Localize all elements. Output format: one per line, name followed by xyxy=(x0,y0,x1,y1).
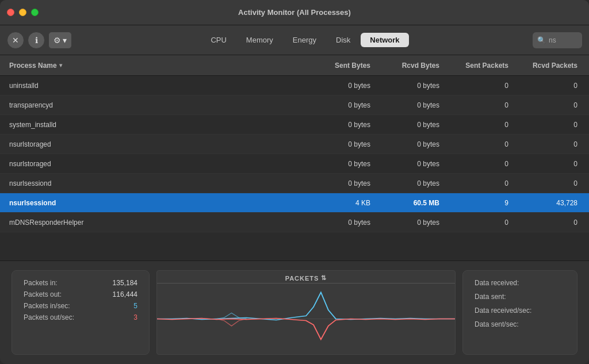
cell-process-name: nsurlsessiond xyxy=(5,179,308,187)
cell-process-name: transparencyd xyxy=(5,101,308,109)
search-icon: 🔍 xyxy=(537,36,546,44)
column-header-rcvd-bytes[interactable]: Rcvd Bytes xyxy=(377,62,446,70)
cell-rcvd-bytes: 0 bytes xyxy=(377,101,446,109)
cell-rcvd-packets: 43,728 xyxy=(515,199,584,207)
cell-rcvd-packets: 0 xyxy=(515,160,584,168)
table-header: Process Name ▾ Sent Bytes Rcvd Bytes Sen… xyxy=(0,55,589,76)
packets-out-value: 116,444 xyxy=(113,290,137,298)
data-received-sec-label: Data received/sec: xyxy=(475,306,565,315)
tab-memory[interactable]: Memory xyxy=(237,33,282,47)
table-row[interactable]: nsurlsessiond 0 bytes 0 bytes 0 0 xyxy=(0,174,589,193)
packets-chart xyxy=(157,283,455,354)
search-input[interactable] xyxy=(549,36,577,44)
cell-sent-bytes: 0 bytes xyxy=(308,82,377,90)
cell-rcvd-bytes: 0 bytes xyxy=(377,179,446,187)
cell-rcvd-bytes: 0 bytes xyxy=(377,140,446,148)
packets-in-sec-row: Packets in/sec: 5 xyxy=(24,302,137,310)
cell-sent-packets: 0 xyxy=(446,160,515,168)
cell-process-name: nsurlstoraged xyxy=(5,140,308,148)
cell-rcvd-bytes: 0 bytes xyxy=(377,160,446,168)
tab-group: CPU Memory Energy Disk Network xyxy=(201,33,408,47)
packets-in-row: Packets in: 135,184 xyxy=(24,279,137,287)
table-row[interactable]: nsurlstoraged 0 bytes 0 bytes 0 0 xyxy=(0,154,589,174)
chart-sort-icon[interactable]: ⇅ xyxy=(321,274,327,282)
cell-process-name: nsurlsessiond xyxy=(5,199,308,207)
chart-title: PACKETS ⇅ xyxy=(157,271,455,283)
cell-sent-packets: 0 xyxy=(446,219,515,227)
cell-sent-packets: 0 xyxy=(446,121,515,129)
data-sent-label: Data sent: xyxy=(475,293,565,301)
cell-rcvd-packets: 0 xyxy=(515,219,584,227)
cell-rcvd-packets: 0 xyxy=(515,121,584,129)
window-title: Activity Monitor (All Processes) xyxy=(238,8,351,17)
info-button[interactable]: ℹ xyxy=(28,32,45,49)
tab-network[interactable]: Network xyxy=(361,33,408,47)
table-row[interactable]: uninstalld 0 bytes 0 bytes 0 0 xyxy=(0,76,589,95)
column-header-rcvd-packets[interactable]: Rcvd Packets xyxy=(515,62,584,70)
cell-process-name: system_installd xyxy=(5,121,308,129)
column-header-process-name[interactable]: Process Name ▾ xyxy=(5,62,308,70)
table-row[interactable]: nsurlstoraged 0 bytes 0 bytes 0 0 xyxy=(0,135,589,154)
packets-in-label: Packets in: xyxy=(24,279,58,287)
packets-out-sec-value: 3 xyxy=(133,313,137,321)
traffic-lights xyxy=(7,9,39,16)
packets-in-sec-value: 5 xyxy=(133,302,137,310)
packets-in-value: 135,184 xyxy=(113,279,137,287)
dropdown-arrow-icon: ▾ xyxy=(63,36,67,45)
close-process-button[interactable]: ✕ xyxy=(7,32,24,49)
cell-rcvd-packets: 0 xyxy=(515,179,584,187)
cell-process-name: mDNSResponderHelper xyxy=(5,219,308,227)
cell-rcvd-bytes: 0 bytes xyxy=(377,82,446,90)
gear-menu-button[interactable]: ⚙ ▾ xyxy=(48,32,72,49)
tab-cpu[interactable]: CPU xyxy=(201,33,235,47)
cell-sent-bytes: 0 bytes xyxy=(308,121,377,129)
tab-disk[interactable]: Disk xyxy=(327,33,359,47)
tab-energy[interactable]: Energy xyxy=(284,33,326,47)
data-received-label: Data received: xyxy=(475,279,565,287)
packets-out-row: Packets out: 116,444 xyxy=(24,290,137,298)
zoom-button[interactable] xyxy=(31,9,39,16)
cell-rcvd-packets: 0 xyxy=(515,101,584,109)
cell-rcvd-bytes: 0 bytes xyxy=(377,219,446,227)
table-row[interactable]: nsurlsessiond 4 KB 60.5 MB 9 43,728 xyxy=(0,193,589,213)
cell-sent-bytes: 0 bytes xyxy=(308,219,377,227)
cell-sent-bytes: 0 bytes xyxy=(308,101,377,109)
cell-sent-bytes: 0 bytes xyxy=(308,140,377,148)
search-bar[interactable]: 🔍 xyxy=(533,32,582,48)
cell-sent-packets: 0 xyxy=(446,140,515,148)
column-header-sent-packets[interactable]: Sent Packets xyxy=(446,62,515,70)
cell-rcvd-bytes: 0 bytes xyxy=(377,121,446,129)
stats-left-panel: Packets in: 135,184 Packets out: 116,444… xyxy=(12,270,150,355)
x-icon: ✕ xyxy=(12,36,19,45)
minimize-button[interactable] xyxy=(19,9,26,16)
cell-rcvd-packets: 0 xyxy=(515,82,584,90)
toolbar-controls: ✕ ℹ ⚙ ▾ xyxy=(7,32,72,49)
stats-right-panel: Data received: Data sent: Data received/… xyxy=(462,270,577,355)
bottom-panel: Packets in: 135,184 Packets out: 116,444… xyxy=(0,260,589,364)
cell-sent-bytes: 0 bytes xyxy=(308,160,377,168)
packets-out-sec-row: Packets out/sec: 3 xyxy=(24,313,137,321)
cell-process-name: nsurlstoraged xyxy=(5,160,308,168)
cell-sent-bytes: 0 bytes xyxy=(308,179,377,187)
cell-sent-bytes: 4 KB xyxy=(308,199,377,207)
table-row[interactable]: system_installd 0 bytes 0 bytes 0 0 xyxy=(0,115,589,135)
table-row[interactable]: mDNSResponderHelper 0 bytes 0 bytes 0 0 xyxy=(0,213,589,232)
cell-process-name: uninstalld xyxy=(5,82,308,90)
packets-out-label: Packets out: xyxy=(24,290,62,298)
table-row[interactable]: transparencyd 0 bytes 0 bytes 0 0 xyxy=(0,95,589,115)
cell-sent-packets: 0 xyxy=(446,179,515,187)
close-button[interactable] xyxy=(7,9,14,16)
cell-sent-packets: 0 xyxy=(446,82,515,90)
toolbar: ✕ ℹ ⚙ ▾ CPU Memory Energy Disk Network 🔍 xyxy=(0,25,589,55)
packets-out-sec-label: Packets out/sec: xyxy=(24,313,74,321)
gear-icon: ⚙ xyxy=(53,36,61,45)
cell-rcvd-packets: 0 xyxy=(515,140,584,148)
table-body: uninstalld 0 bytes 0 bytes 0 0 transpare… xyxy=(0,76,589,260)
cell-rcvd-bytes: 60.5 MB xyxy=(377,199,446,207)
chart-area: PACKETS ⇅ xyxy=(156,270,456,355)
cell-sent-packets: 0 xyxy=(446,101,515,109)
cell-sent-packets: 9 xyxy=(446,199,515,207)
column-header-sent-bytes[interactable]: Sent Bytes xyxy=(308,62,377,70)
packets-in-sec-label: Packets in/sec: xyxy=(24,302,70,310)
info-icon: ℹ xyxy=(35,36,38,45)
